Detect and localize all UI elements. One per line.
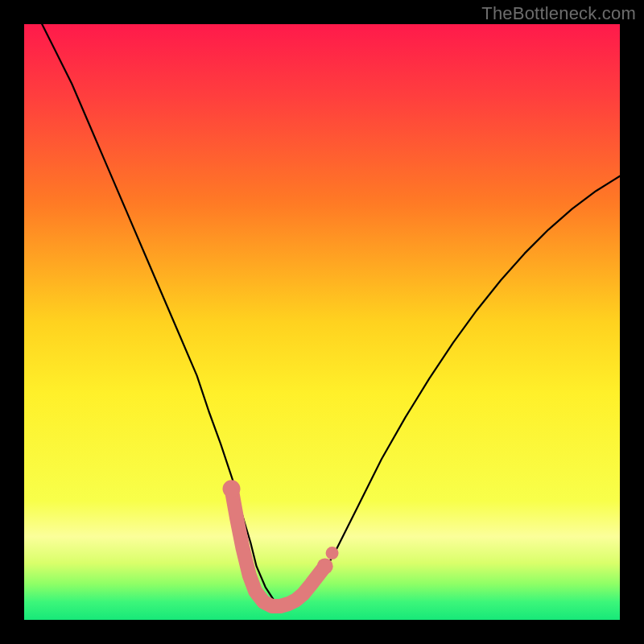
watermark-text: TheBottleneck.com [481,3,636,24]
bottleneck-chart [0,0,644,644]
marker-cap [317,558,333,574]
marker-cap [326,547,339,559]
plot-background [24,24,620,620]
marker-cap [223,480,241,497]
chart-frame: TheBottleneck.com [0,0,644,644]
